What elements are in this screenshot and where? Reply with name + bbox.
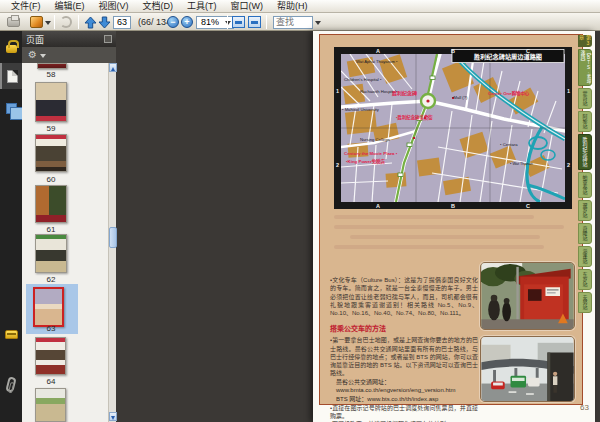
thumbnail-label: 58	[22, 70, 80, 79]
svg-text:Wat Aphai Thayaram •: Wat Aphai Thayaram •	[356, 59, 398, 64]
zoom-level-combo[interactable]: 81%	[196, 15, 234, 29]
layers-icon	[6, 103, 17, 114]
navigation-rail	[0, 31, 22, 422]
menu-edit[interactable]: 编辑(E)	[48, 0, 92, 12]
zoom-out-icon: −	[167, 16, 179, 28]
svg-text:2: 2	[567, 162, 570, 168]
svg-text:Century the Movie Plaza •: Century the Movie Plaza •	[344, 151, 398, 156]
chevron-down-icon[interactable]	[40, 54, 46, 61]
menu-view[interactable]: 视图(V)	[92, 0, 136, 12]
svg-text:A: A	[376, 48, 380, 54]
page-thumbnail[interactable]	[35, 337, 66, 375]
thumbnail-list: 58 59 60 61 62 63 64 65	[22, 63, 108, 422]
zoom-out-button[interactable]: −	[167, 15, 182, 29]
page-thumbnail-selected[interactable]	[33, 287, 64, 327]
pages-tab-button[interactable]	[0, 63, 22, 89]
zoom-in-icon: +	[181, 16, 193, 28]
attachments-tab-button[interactable]	[0, 371, 22, 397]
scroll-up-button[interactable]	[109, 63, 117, 72]
article: •文化专车（Culture Bus）：这是为了提倡泰国良好文化的专车。简而言之，…	[330, 276, 478, 422]
zoom-level-value: 81%	[201, 17, 219, 27]
scroll-down-button[interactable]	[109, 412, 117, 421]
svg-text:1: 1	[567, 88, 570, 94]
security-tab-button[interactable]	[0, 33, 22, 59]
pages-panel-title: 页面	[26, 33, 44, 46]
tab-bts-line[interactable]: 【BTS·素坤逸线】	[578, 49, 592, 86]
previous-view-icon	[60, 16, 72, 28]
stamps-icon	[5, 330, 18, 339]
svg-text:• Mahidol University: • Mahidol University	[342, 107, 380, 112]
next-page-button[interactable]	[98, 15, 113, 29]
page-thumbnail[interactable]	[35, 185, 67, 223]
svg-text:• Centara: • Centara	[500, 142, 518, 147]
section-heading: 搭乘公交车的方法	[330, 323, 478, 333]
panel-menu-icon[interactable]	[104, 35, 112, 43]
tab-station-on-nut[interactable]: 安努站	[578, 292, 592, 313]
divider	[78, 15, 79, 29]
pages-panel: 页面 ⚙ 58 59 60 61 62 63 64 65	[22, 31, 116, 422]
svg-text:C: C	[526, 48, 530, 54]
tab-station-phrom-phong[interactable]: 澎蓬站	[578, 246, 592, 267]
svg-text:•King Power免税店: •King Power免税店	[346, 158, 385, 165]
scrollbar-thumb[interactable]	[109, 227, 117, 248]
menu-help[interactable]: 帮助(H)	[270, 0, 315, 12]
page-number-field[interactable]	[113, 15, 131, 29]
chevron-down-icon	[225, 21, 231, 28]
page-number-input[interactable]	[113, 16, 131, 29]
tab-station-mochit[interactable]: 蒙奇站	[578, 88, 592, 109]
menu-file[interactable]: 文件(F)	[4, 0, 48, 12]
photo-street-scene	[480, 336, 575, 402]
menu-document[interactable]: 文档(D)	[136, 0, 181, 12]
printed-page-number: 63	[563, 403, 589, 412]
bmta-url: 曼谷公共交通网址：www.bmta.co.th/engversion/eng_v…	[330, 378, 478, 395]
previous-page-button[interactable]	[84, 15, 99, 29]
thumbnail-scrollbar[interactable]	[108, 63, 116, 422]
pages-panel-options: ⚙	[22, 47, 116, 63]
bts-url: BTS 网址：www.bts.co.th/th/index.asp	[330, 395, 478, 404]
previous-view-button[interactable]	[60, 15, 72, 29]
fit-page-icon	[248, 16, 261, 28]
page-up-icon	[84, 16, 97, 29]
svg-text:Nursing College: Nursing College	[360, 137, 390, 142]
svg-text:•Mall (?): •Mall (?)	[452, 95, 468, 100]
street-map: Wat Aphai Thayaram • Children's Hospital…	[334, 47, 572, 209]
page-thumbnail[interactable]	[35, 82, 67, 122]
svg-text:C: C	[526, 203, 530, 209]
thumbnail-label: 62	[22, 275, 80, 284]
tab-station-ari[interactable]: 阿黎站	[578, 111, 592, 132]
pages-icon	[7, 70, 18, 83]
find-input[interactable]	[273, 16, 313, 29]
page-thumbnail[interactable]	[35, 134, 67, 172]
menu-window[interactable]: 窗口(W)	[224, 0, 271, 12]
gear-icon[interactable]: ⚙	[28, 50, 37, 60]
page-thumbnail[interactable]	[37, 63, 67, 69]
tab-chapter[interactable]: 第3章	[578, 35, 592, 47]
comments-tab-button[interactable]	[0, 321, 22, 347]
zoom-in-button[interactable]: +	[181, 15, 196, 29]
menu-tools[interactable]: 工具(T)	[180, 0, 224, 12]
fit-page-button[interactable]	[248, 15, 264, 29]
layers-tab-button[interactable]	[0, 95, 22, 121]
tab-station-victory-monument[interactable]: 胜利纪念碑站	[578, 134, 592, 170]
thumbnail-label: 60	[22, 175, 80, 184]
menu-bar: 文件(F) 编辑(E) 视图(V) 文档(D) 工具(T) 窗口(W) 帮助(H…	[0, 0, 600, 13]
lock-icon	[6, 45, 17, 53]
svg-text:B: B	[451, 48, 455, 54]
culture-bus-paragraph: •文化专车（Culture Bus）：这是为了提倡泰国良好文化的专车。简而言之，…	[330, 276, 478, 317]
chapter-tab-strip: 第3章 【BTS·素坤逸线】 蒙奇站 阿黎站 胜利纪念碑站 帕亚泰站 暹罗站 奇…	[578, 35, 594, 315]
tab-station-thong-lo[interactable]: 东罗站	[578, 269, 592, 290]
arrow-down-icon	[111, 416, 115, 422]
toolbar: (66/ 134) − + 81%	[0, 13, 600, 31]
chevron-down-icon	[45, 21, 51, 28]
export-button[interactable]	[30, 15, 51, 29]
print-button[interactable]	[7, 15, 20, 29]
tab-station-siam[interactable]: 暹罗站	[578, 200, 592, 221]
pages-panel-header: 页面	[22, 31, 116, 47]
page-thumbnail[interactable]	[35, 234, 67, 273]
divider	[54, 15, 55, 29]
svg-text:1: 1	[336, 88, 339, 94]
find-field[interactable]	[273, 15, 321, 29]
tab-station-phaya-thai[interactable]: 帕亚泰站	[578, 172, 592, 198]
tab-station-chit-lom[interactable]: 奇隆站	[578, 223, 592, 244]
fit-width-button[interactable]	[232, 15, 248, 29]
